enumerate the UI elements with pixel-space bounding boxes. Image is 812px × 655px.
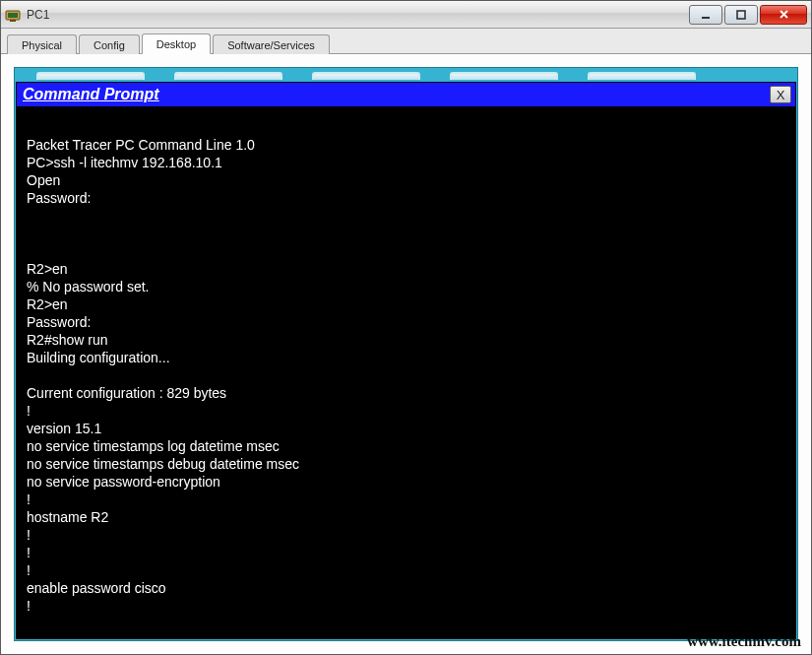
- minimize-button[interactable]: [689, 5, 722, 25]
- svg-rect-1: [8, 13, 18, 18]
- minimize-icon: [701, 10, 711, 20]
- application-window: PC1 Physical Config Desktop Software/Ser…: [0, 0, 812, 655]
- close-button[interactable]: [760, 5, 807, 25]
- svg-rect-4: [737, 11, 745, 19]
- tab-label: Software/Services: [227, 39, 315, 51]
- tab-strip: Physical Config Desktop Software/Service…: [1, 29, 811, 54]
- window-controls: [687, 5, 807, 25]
- command-prompt-titlebar[interactable]: Command Prompt X: [17, 83, 795, 106]
- window-titlebar[interactable]: PC1: [1, 1, 811, 29]
- command-prompt-window: Command Prompt X Packet Tracer PC Comman…: [16, 82, 796, 639]
- window-title: PC1: [27, 8, 687, 22]
- desktop-shortcut[interactable]: [588, 72, 696, 80]
- close-icon: [779, 9, 789, 20]
- tab-software-services[interactable]: Software/Services: [213, 34, 330, 54]
- desktop-shortcut[interactable]: [174, 72, 282, 80]
- maximize-icon: [736, 10, 746, 20]
- desktop-surface: Command Prompt X Packet Tracer PC Comman…: [14, 67, 798, 641]
- desktop-shortcut[interactable]: [312, 72, 420, 80]
- desktop-shortcut[interactable]: [450, 72, 558, 80]
- command-prompt-close-button[interactable]: X: [770, 86, 791, 103]
- client-area: Command Prompt X Packet Tracer PC Comman…: [1, 54, 811, 654]
- svg-rect-2: [10, 20, 16, 22]
- desktop-shortcut[interactable]: [36, 72, 145, 80]
- tab-label: Config: [94, 39, 125, 51]
- terminal-output[interactable]: Packet Tracer PC Command Line 1.0 PC>ssh…: [27, 118, 785, 615]
- command-prompt-title: Command Prompt: [23, 86, 770, 103]
- tab-label: Physical: [22, 39, 62, 51]
- tab-desktop[interactable]: Desktop: [142, 33, 211, 54]
- close-x-label: X: [777, 88, 785, 102]
- tab-physical[interactable]: Physical: [7, 34, 77, 54]
- command-prompt-body[interactable]: Packet Tracer PC Command Line 1.0 PC>ssh…: [17, 106, 795, 638]
- svg-rect-3: [702, 17, 710, 19]
- tab-config[interactable]: Config: [79, 34, 140, 54]
- app-icon: [5, 7, 21, 23]
- maximize-button[interactable]: [724, 5, 758, 25]
- tab-label: Desktop: [156, 38, 196, 50]
